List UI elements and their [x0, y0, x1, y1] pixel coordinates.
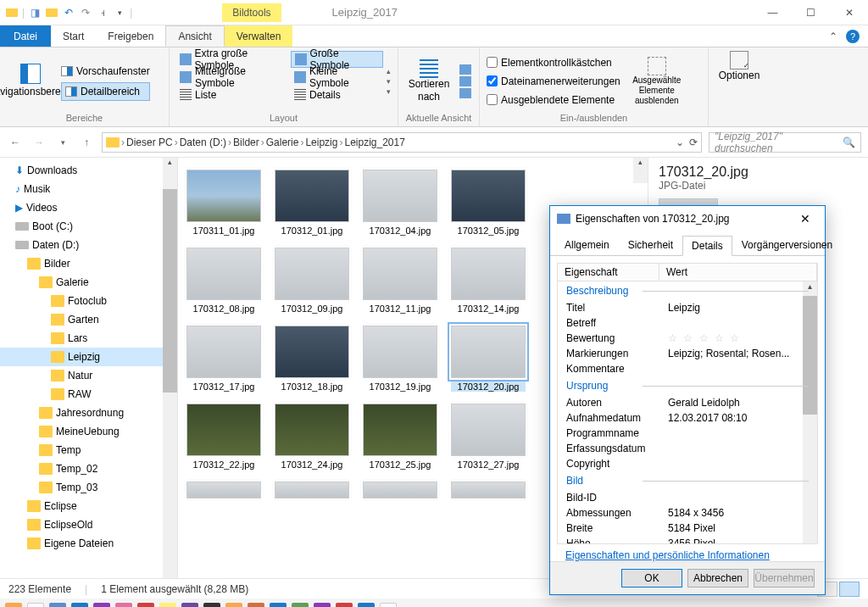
scrollbar[interactable]: ▴ [633, 158, 648, 183]
col-value[interactable]: Wert [659, 264, 817, 281]
breadcrumb-item[interactable]: Bilder› [233, 136, 264, 148]
thumbnail[interactable]: 170312_18.jpg [275, 326, 349, 392]
breadcrumb-item[interactable]: Leipzig_2017 [344, 136, 404, 148]
tab-start[interactable]: Start [51, 25, 96, 47]
tab-verwalten[interactable]: Verwalten [225, 25, 293, 47]
prop-row[interactable]: Aufnahmedatum12.03.2017 08:10 [558, 410, 817, 426]
prop-row[interactable]: Höhe3456 Pixel [558, 536, 817, 544]
view-thumbs-button[interactable] [839, 582, 860, 597]
task-icon[interactable] [336, 603, 353, 607]
columns-icon[interactable] [459, 76, 471, 86]
chk-item-checkboxes[interactable]: Elementkontrollkästchen [487, 53, 620, 72]
refresh-icon[interactable]: ⟳ [689, 136, 698, 148]
scrollbar[interactable]: ▴ [803, 281, 817, 543]
thumbnail[interactable] [363, 482, 437, 502]
search-input[interactable]: "Leipzig_2017" durchsuchen 🔍 [709, 132, 861, 153]
checkbox[interactable] [487, 57, 498, 68]
redo-icon[interactable]: ↷ [79, 6, 92, 19]
thumbnail[interactable] [186, 482, 261, 502]
layout-details[interactable]: Details [291, 86, 383, 103]
task-icon[interactable] [181, 603, 198, 607]
task-icon[interactable] [137, 603, 154, 607]
close-button[interactable]: ✕ [830, 0, 868, 25]
breadcrumb-item[interactable]: Dieser PC› [126, 136, 178, 148]
task-icon[interactable] [159, 603, 176, 607]
thumbnail[interactable]: 170312_08.jpg [186, 248, 261, 314]
sort-button[interactable]: Sortieren nach [405, 51, 453, 111]
file-tab[interactable]: Datei [0, 25, 51, 47]
prop-row[interactable]: Abmessungen5184 x 3456 [558, 505, 817, 521]
dialog-titlebar[interactable]: Eigenschaften von 170312_20.jpg ✕ [550, 206, 825, 231]
tree-item[interactable]: RAW [0, 385, 177, 404]
thumbnail[interactable]: 170312_14.jpg [451, 248, 526, 314]
prop-row[interactable]: TitelLeipzig [558, 300, 817, 315]
group-icon[interactable] [459, 64, 471, 75]
breadcrumb-item[interactable]: Leipzig› [305, 136, 342, 148]
tree-view[interactable]: ⬇Downloads♪Musik▶VideosBoot (C:)Daten (D… [0, 158, 178, 578]
fit-icon[interactable] [459, 88, 471, 98]
thumbnail[interactable]: 170312_04.jpg [363, 170, 437, 236]
task-icon[interactable] [380, 603, 397, 607]
forward-button[interactable]: → [31, 134, 47, 151]
tab-freigeben[interactable]: Freigeben [96, 25, 165, 47]
options-button[interactable]: ✓ Optionen [715, 51, 763, 81]
preview-pane-button[interactable]: Vorschaufenster [61, 62, 150, 81]
layout-medium[interactable]: Mittelgroße Symbole [176, 69, 291, 86]
details-pane-button[interactable]: Detailbereich [61, 82, 150, 101]
thumbnail[interactable]: 170312_17.jpg [186, 326, 261, 392]
checkbox[interactable] [487, 94, 498, 105]
tab-allgemein[interactable]: Allgemein [555, 235, 619, 255]
task-icon[interactable] [248, 603, 264, 607]
tab-details[interactable]: Details [682, 236, 732, 256]
thumbnail[interactable]: 170312_24.jpg [275, 404, 349, 470]
task-icon[interactable] [270, 603, 287, 607]
remove-properties-link[interactable]: Eigenschaften und persönliche Informatio… [557, 544, 818, 561]
task-icon[interactable] [203, 603, 220, 607]
rename-icon[interactable]: ⫞ [96, 6, 109, 19]
thumbnail[interactable]: 170312_19.jpg [363, 326, 437, 392]
thumbnail[interactable]: 170312_27.jpg [451, 404, 526, 470]
layout-list[interactable]: Liste [176, 86, 291, 103]
prop-row[interactable]: AutorenGerald Leidolph [558, 395, 817, 410]
thumbnail[interactable] [275, 482, 349, 502]
tree-item[interactable]: Galerie [0, 273, 177, 292]
ok-button[interactable]: OK [621, 569, 682, 588]
breadcrumb[interactable]: › Dieser PC› Daten (D:)› Bilder› Galerie… [102, 132, 702, 153]
hide-selected-button[interactable]: Ausgewählte Elemente ausblenden [627, 51, 687, 111]
scroll-thumb[interactable] [803, 296, 817, 415]
tree-item[interactable]: Temp [0, 441, 177, 459]
tab-sicherheit[interactable]: Sicherheit [619, 235, 682, 255]
thumbnail[interactable]: 170312_25.jpg [363, 404, 437, 470]
up-button[interactable]: ↑ [78, 134, 95, 151]
chk-extensions[interactable]: Dateinamenerweiterungen [487, 72, 620, 91]
tree-item[interactable]: ▶Videos [0, 198, 177, 217]
tab-versionen[interactable]: Vorgängerversionen [732, 235, 842, 255]
task-icon[interactable] [49, 603, 66, 607]
chevron-right-icon[interactable]: › [121, 136, 125, 148]
qat-dropdown-icon[interactable]: ▾ [113, 6, 126, 19]
prop-row[interactable]: Bild-ID [558, 490, 817, 505]
tree-item[interactable]: Natur [0, 366, 177, 385]
breadcrumb-item[interactable]: Daten (D:)› [180, 136, 231, 148]
tree-item[interactable]: MeineUebung [0, 422, 177, 441]
task-icon[interactable] [27, 603, 44, 607]
thumbnail[interactable]: 170311_01.jpg [186, 170, 261, 236]
thumbnail[interactable]: 170312_05.jpg [451, 170, 526, 236]
recent-dropdown[interactable]: ▾ [54, 134, 71, 151]
tree-item[interactable]: Eclipse [0, 497, 177, 515]
layout-small[interactable]: Kleine Symbole [291, 69, 383, 86]
task-icon[interactable] [225, 603, 242, 607]
breadcrumb-item[interactable]: Galerie› [266, 136, 304, 148]
scrollbar[interactable]: ▴ [163, 158, 177, 578]
tree-item[interactable]: EclipseOld [0, 515, 177, 534]
dialog-close-button[interactable]: ✕ [793, 212, 818, 226]
tree-item[interactable]: Lars [0, 329, 177, 348]
tree-item[interactable]: Leipzig [0, 348, 177, 366]
prop-row[interactable]: Breite5184 Pixel [558, 521, 817, 536]
tree-item[interactable]: Garten [0, 310, 177, 329]
chk-hidden[interactable]: Ausgeblendete Elemente [487, 91, 620, 109]
task-icon[interactable] [71, 603, 88, 607]
thumbnail[interactable]: 170312_09.jpg [275, 248, 349, 314]
task-icon[interactable] [292, 603, 309, 607]
prop-row[interactable]: Copyright [558, 456, 817, 471]
